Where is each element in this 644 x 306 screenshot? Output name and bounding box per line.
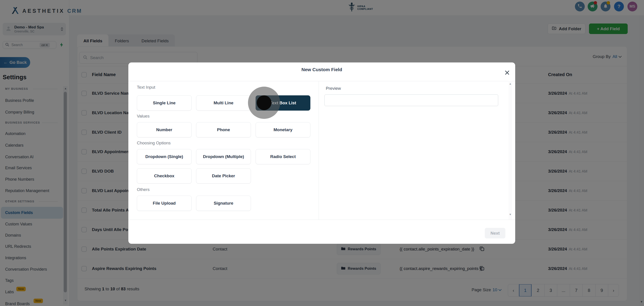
next-button[interactable]: Next [485, 228, 505, 238]
modal-header-divider [128, 81, 515, 81]
option-dropdown-multiple[interactable]: Dropdown (Multiple) [196, 149, 251, 164]
new-custom-field-modal: New Custom Field Text Input Single Line … [128, 63, 515, 244]
modal-scrollbar-track[interactable] [508, 81, 512, 220]
option-multi-line[interactable]: Multi Line [196, 95, 251, 111]
option-radio-select[interactable]: Radio Select [256, 149, 310, 164]
modal-scroll-down-icon[interactable]: ▼ [509, 213, 512, 216]
option-number[interactable]: Number [137, 122, 192, 137]
section-choosing-options: Choosing Options [137, 141, 170, 146]
section-values: Values [137, 114, 150, 119]
modal-title: New Custom Field [128, 67, 515, 72]
app-root: HIPAACOMPLIANT ? MS AESTHETIX CRM [0, 0, 644, 306]
preview-input[interactable] [324, 95, 498, 106]
option-signature[interactable]: Signature [196, 196, 251, 211]
option-phone[interactable]: Phone [196, 122, 251, 137]
modal-scroll-up-icon[interactable]: ▲ [509, 82, 512, 85]
section-others: Others [137, 187, 150, 192]
option-single-line[interactable]: Single Line [137, 95, 192, 111]
section-text-input: Text Input [137, 85, 155, 90]
option-checkbox[interactable]: Checkbox [137, 168, 192, 184]
option-dropdown-single[interactable]: Dropdown (Single) [137, 149, 192, 164]
close-icon[interactable] [504, 69, 511, 76]
option-monetary[interactable]: Monetary [256, 122, 310, 137]
option-date-picker[interactable]: Date Picker [196, 168, 251, 184]
click-indicator-cursor [257, 95, 272, 110]
modal-footer-divider [128, 220, 515, 220]
option-file-upload[interactable]: File Upload [137, 196, 192, 211]
preview-label: Preview [326, 86, 341, 91]
